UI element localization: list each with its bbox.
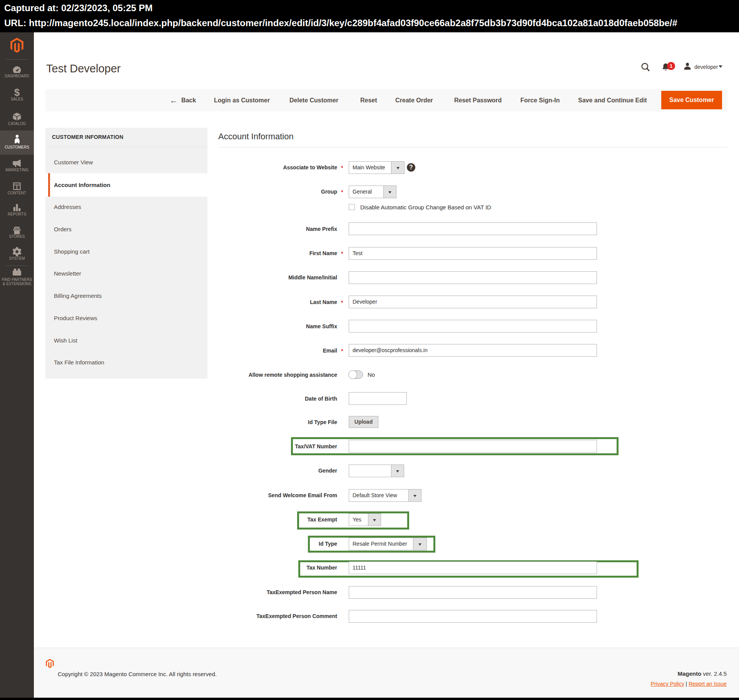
svg-text:$: $ xyxy=(14,87,20,97)
